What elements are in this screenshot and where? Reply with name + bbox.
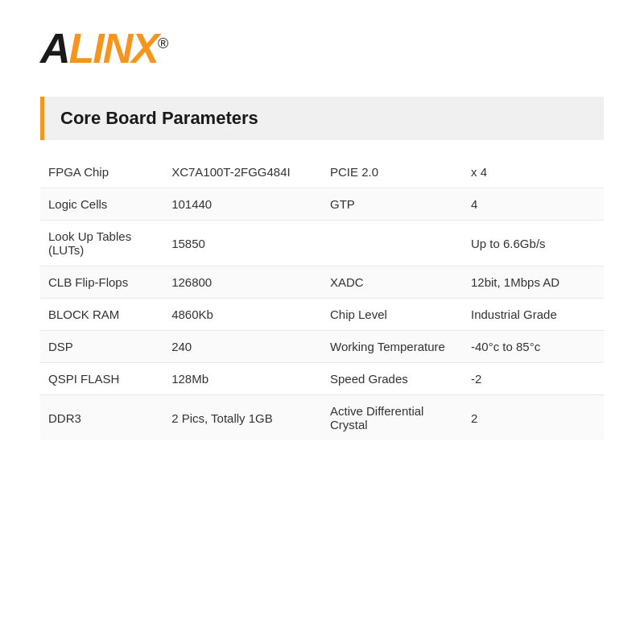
params-table: FPGA ChipXC7A100T-2FGG484IPCIE 2.0x 4Log… — [40, 156, 604, 440]
param-value-0: XC7A100T-2FGG484I — [163, 156, 322, 188]
param-label-1: Logic Cells — [40, 188, 163, 221]
table-row: DDR32 Pics, Totally 1GBActive Differenti… — [40, 395, 604, 441]
param-label2-0: PCIE 2.0 — [322, 156, 463, 188]
table-row: BLOCK RAM4860KbChip LevelIndustrial Grad… — [40, 299, 604, 331]
page-container: ALINX® Core Board Parameters FPGA ChipXC… — [0, 0, 644, 644]
logo-registered: ® — [158, 35, 167, 52]
param-value-3: 126800 — [163, 266, 322, 299]
section-header: Core Board Parameters — [40, 97, 604, 140]
table-row: FPGA ChipXC7A100T-2FGG484IPCIE 2.0x 4 — [40, 156, 604, 188]
table-row: CLB Flip-Flops126800XADC12bit, 1Mbps AD — [40, 266, 604, 299]
logo: ALINX® — [40, 24, 167, 72]
table-row: Look Up Tables (LUTs)15850Up to 6.6Gb/s — [40, 221, 604, 266]
param-value2-2: Up to 6.6Gb/s — [463, 221, 604, 266]
param-label-6: QSPI FLASH — [40, 363, 163, 395]
param-label-4: BLOCK RAM — [40, 299, 163, 331]
logo-area: ALINX® — [40, 24, 604, 72]
logo-linx: LINX — [69, 25, 158, 72]
section-title: Core Board Parameters — [60, 108, 258, 129]
param-label2-7: Active Differential Crystal — [322, 395, 463, 441]
param-value2-7: 2 — [463, 395, 604, 441]
param-label2-3: XADC — [322, 266, 463, 299]
param-label-3: CLB Flip-Flops — [40, 266, 163, 299]
param-label2-5: Working Temperature — [322, 331, 463, 363]
table-row: Logic Cells101440GTP4 — [40, 188, 604, 221]
param-value-7: 2 Pics, Totally 1GB — [163, 395, 322, 441]
param-value2-0: x 4 — [463, 156, 604, 188]
param-label2-4: Chip Level — [322, 299, 463, 331]
param-value-5: 240 — [163, 331, 322, 363]
param-value2-3: 12bit, 1Mbps AD — [463, 266, 604, 299]
param-value2-5: -40°c to 85°c — [463, 331, 604, 363]
param-label-2: Look Up Tables (LUTs) — [40, 221, 163, 266]
logo-a: A — [40, 25, 69, 72]
param-label2-1: GTP — [322, 188, 463, 221]
param-label-7: DDR3 — [40, 395, 163, 441]
param-value2-6: -2 — [463, 363, 604, 395]
param-value-1: 101440 — [163, 188, 322, 221]
table-row: QSPI FLASH128MbSpeed Grades-2 — [40, 363, 604, 395]
param-value-2: 15850 — [163, 221, 322, 266]
param-value2-4: Industrial Grade — [463, 299, 604, 331]
table-row: DSP240Working Temperature-40°c to 85°c — [40, 331, 604, 363]
param-value-6: 128Mb — [163, 363, 322, 395]
param-value2-1: 4 — [463, 188, 604, 221]
param-label2-6: Speed Grades — [322, 363, 463, 395]
param-value-4: 4860Kb — [163, 299, 322, 331]
param-label-5: DSP — [40, 331, 163, 363]
param-label-0: FPGA Chip — [40, 156, 163, 188]
param-label2-2 — [322, 221, 463, 266]
